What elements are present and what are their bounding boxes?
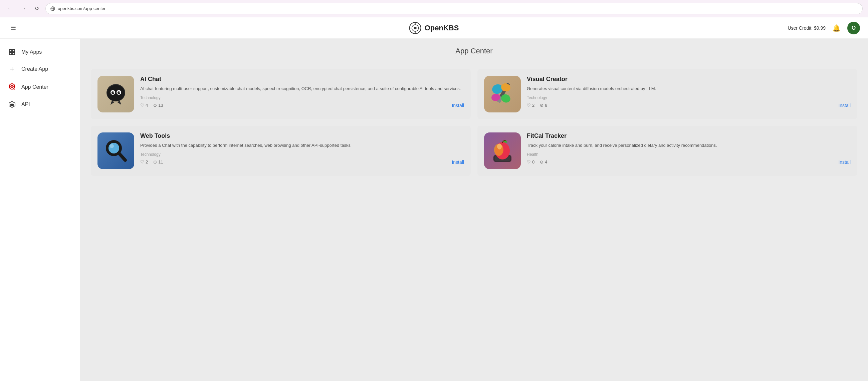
- ai-chat-icon: [97, 76, 134, 113]
- web-tools-downloads: ⊙ 11: [153, 159, 163, 164]
- svg-point-16: [12, 86, 13, 87]
- heart-icon: ♡: [140, 103, 144, 108]
- svg-point-22: [107, 85, 125, 101]
- notification-bell-button[interactable]: 🔔: [832, 24, 841, 32]
- visual-creator-likes: ♡ 2: [527, 103, 534, 108]
- fitcal-body: FitCal Tracker Track your calorie intake…: [527, 132, 850, 165]
- web-tools-category: Technology: [140, 152, 464, 157]
- fitcal-downloads: ⊙ 4: [540, 159, 547, 164]
- app-header: ☰ OpenKBS User Credit: $9.99 🔔 O: [0, 17, 868, 39]
- ai-chat-stats: ♡ 4 ⊙ 13: [140, 103, 163, 108]
- ai-chat-name: AI Chat: [140, 76, 464, 83]
- url-text: openkbs.com/app-center: [58, 6, 105, 11]
- fitcal-illustration: [488, 136, 518, 166]
- web-tools-likes: ♡ 2: [140, 159, 148, 164]
- web-tools-illustration: [102, 137, 129, 164]
- ai-chat-category: Technology: [140, 95, 464, 100]
- app-grid: AI Chat AI chat featuring multi-user sup…: [91, 69, 857, 176]
- web-tools-icon: [97, 132, 134, 169]
- fitcal-desc: Track your calorie intake and burn, and …: [527, 142, 850, 149]
- web-tools-install-button[interactable]: Install: [452, 159, 464, 165]
- user-avatar[interactable]: O: [847, 22, 860, 34]
- user-credit: User Credit: $9.99: [787, 25, 826, 31]
- app-center-label: App Center: [21, 84, 49, 90]
- ai-chat-downloads: ⊙ 13: [153, 103, 163, 108]
- download-icon: ⊙: [540, 103, 544, 108]
- app-card-visual-creator: Visual Creator Generates visual content …: [477, 69, 857, 119]
- app-card-ai-chat: AI Chat AI chat featuring multi-user sup…: [91, 69, 471, 119]
- web-tools-desc: Provides a Chat with the capability to p…: [140, 142, 464, 149]
- web-tools-footer: ♡ 2 ⊙ 11 Install: [140, 159, 464, 165]
- forward-button[interactable]: →: [19, 4, 28, 13]
- heart-icon: ♡: [527, 103, 531, 108]
- web-tools-stats: ♡ 2 ⊙ 11: [140, 159, 163, 164]
- logo-icon: [409, 22, 421, 34]
- app-center-icon: [8, 83, 16, 91]
- fitcal-name: FitCal Tracker: [527, 132, 850, 139]
- hamburger-icon: ☰: [11, 25, 16, 31]
- svg-point-27: [113, 92, 114, 93]
- visual-creator-desc: Generates visual content via diffusion m…: [527, 86, 850, 92]
- page-title: App Center: [91, 47, 857, 61]
- ai-chat-body: AI Chat AI chat featuring multi-user sup…: [140, 76, 464, 108]
- svg-point-36: [108, 143, 119, 154]
- svg-rect-12: [9, 52, 12, 55]
- back-button[interactable]: ←: [5, 4, 15, 13]
- download-icon: ⊙: [540, 159, 544, 164]
- ai-chat-desc: AI chat featuring multi-user support, cu…: [140, 86, 464, 92]
- svg-rect-10: [9, 50, 12, 52]
- sidebar-item-create-app[interactable]: + Create App: [0, 60, 80, 78]
- fitcal-likes: ♡ 0: [527, 159, 534, 164]
- app-card-web-tools: Web Tools Provides a Chat with the capab…: [91, 126, 471, 176]
- web-tools-name: Web Tools: [140, 132, 464, 139]
- heart-icon: ♡: [140, 159, 144, 164]
- sidebar-item-api[interactable]: API: [0, 96, 80, 113]
- download-icon: ⊙: [153, 159, 157, 164]
- svg-point-43: [497, 144, 502, 150]
- svg-point-5: [414, 27, 416, 29]
- svg-point-28: [119, 92, 120, 93]
- visual-creator-illustration: [488, 79, 518, 109]
- sidebar: My Apps + Create App: [0, 39, 80, 381]
- visual-creator-downloads: ⊙ 8: [540, 103, 547, 108]
- svg-rect-13: [12, 52, 15, 55]
- visual-creator-category: Technology: [527, 95, 850, 100]
- ai-chat-footer: ♡ 4 ⊙ 13 Install: [140, 103, 464, 108]
- header-right: User Credit: $9.99 🔔 O: [787, 22, 860, 34]
- visual-creator-footer: ♡ 2 ⊙ 8 Install: [527, 103, 850, 108]
- ai-chat-install-button[interactable]: Install: [452, 103, 464, 108]
- refresh-button[interactable]: ↺: [32, 4, 41, 13]
- visual-creator-stats: ♡ 2 ⊙ 8: [527, 103, 547, 108]
- ai-chat-illustration: [102, 81, 129, 107]
- visual-creator-install-button[interactable]: Install: [838, 103, 850, 108]
- url-bar[interactable]: openkbs.com/app-center: [45, 3, 863, 14]
- visual-creator-body: Visual Creator Generates visual content …: [527, 76, 850, 108]
- fitcal-install-button[interactable]: Install: [838, 159, 850, 165]
- heart-icon: ♡: [527, 159, 531, 164]
- web-tools-body: Web Tools Provides a Chat with the capab…: [140, 132, 464, 165]
- ai-chat-likes: ♡ 4: [140, 103, 148, 108]
- create-app-label: Create App: [21, 66, 48, 72]
- forward-icon: →: [21, 6, 26, 12]
- app-card-fitcal: FitCal Tracker Track your calorie intake…: [477, 126, 857, 176]
- back-icon: ←: [7, 6, 13, 12]
- hamburger-menu-button[interactable]: ☰: [8, 22, 19, 34]
- visual-creator-name: Visual Creator: [527, 76, 850, 83]
- grid-icon: [8, 49, 16, 55]
- logo: OpenKBS: [409, 22, 459, 34]
- sidebar-item-app-center[interactable]: App Center: [0, 78, 80, 96]
- content-area: App Center: [80, 39, 868, 381]
- bell-icon: 🔔: [832, 24, 841, 32]
- refresh-icon: ↺: [35, 5, 39, 12]
- logo-text: OpenKBS: [425, 24, 459, 32]
- svg-rect-11: [12, 50, 15, 52]
- svg-point-37: [110, 144, 114, 148]
- fitcal-icon: [484, 132, 521, 169]
- site-info-icon: [51, 6, 55, 11]
- api-icon: [8, 101, 16, 108]
- fitcal-stats: ♡ 0 ⊙ 4: [527, 159, 547, 164]
- sidebar-item-my-apps[interactable]: My Apps: [0, 44, 80, 60]
- fitcal-category: Health: [527, 152, 850, 157]
- main-layout: My Apps + Create App: [0, 39, 868, 381]
- visual-creator-icon: [484, 76, 521, 113]
